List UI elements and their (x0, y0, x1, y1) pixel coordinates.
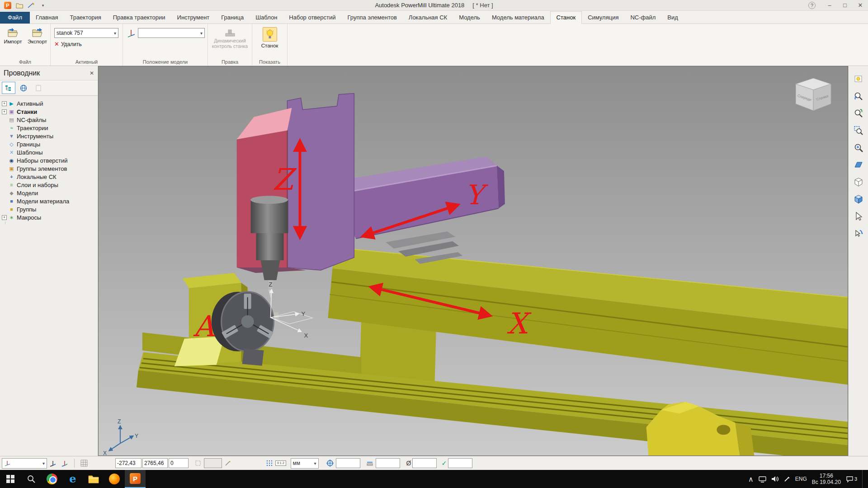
tab-hole-set[interactable]: Набор отверстий (283, 12, 341, 23)
expander-icon[interactable]: + (2, 101, 7, 106)
tab-toolpath-edit[interactable]: Правка траектории (107, 12, 171, 23)
viewport-3d[interactable]: Z Y X Z Y X A (98, 66, 848, 456)
action-center-icon[interactable]: 3 (846, 476, 857, 483)
pencil-slash-icon[interactable] (222, 458, 234, 469)
thickness-icon[interactable] (364, 458, 376, 469)
taskbar-clock[interactable]: 17:56 Вс 19.04.20 (812, 473, 841, 485)
active-machine-select[interactable]: stanok 757 ▾ (54, 28, 118, 38)
window-title: Autodesk PowerMill Ultimate 2018 (375, 2, 464, 9)
tree-item-workplanes[interactable]: +Локальные СК (0, 173, 98, 181)
workplane-selector[interactable]: ▾ (2, 458, 47, 469)
zoom-fit-icon[interactable] (851, 140, 866, 155)
tree-item-hole-sets[interactable]: ◉Наборы отверстий (0, 156, 98, 164)
coord-x-field[interactable] (115, 458, 142, 468)
grid-icon[interactable] (78, 458, 90, 469)
globe-icon[interactable] (17, 82, 30, 94)
zoom-next-icon[interactable] (851, 106, 866, 121)
firefox-icon[interactable] (104, 470, 125, 488)
check-field[interactable] (448, 458, 472, 468)
tab-nc-file[interactable]: NC-файл (624, 12, 661, 23)
macro-icon[interactable] (27, 1, 35, 9)
help-icon[interactable]: ? (808, 2, 816, 9)
coord-z-field[interactable] (169, 458, 189, 468)
tree-item-active[interactable]: +▶Активный (0, 99, 98, 108)
tree-item-layers[interactable]: ≡Слои и наборы (0, 181, 98, 189)
minimize-icon[interactable]: – (822, 2, 837, 9)
expander-icon[interactable]: + (2, 109, 7, 114)
thickness-field[interactable] (376, 458, 400, 468)
tolerance-field[interactable] (336, 458, 360, 468)
select-cursor-icon[interactable] (851, 209, 866, 224)
tab-tool[interactable]: Инструмент (171, 12, 216, 23)
tree-item-groups[interactable]: ■Группы (0, 205, 98, 213)
close-icon[interactable]: ✕ (853, 2, 868, 9)
model-position-select[interactable]: ▾ (138, 28, 205, 38)
tree-item-toolpaths[interactable]: ≈Траектории (0, 124, 98, 132)
tree-item-feature-groups[interactable]: ▣Группы элементов (0, 164, 98, 173)
explorer-panel: Проводник ✕ +▶Активный +▣Станки ▤NC-файл… (0, 66, 98, 456)
tree-item-macros[interactable]: +∗Макросы (0, 213, 98, 221)
tree-item-tools[interactable]: ▼Инструменты (0, 132, 98, 140)
expander-icon[interactable]: + (2, 215, 7, 220)
tree-item-machines[interactable]: +▣Станки (0, 108, 98, 116)
diameter-field[interactable] (412, 458, 437, 468)
increment-field[interactable] (204, 458, 222, 468)
search-icon[interactable] (21, 470, 42, 488)
tab-home[interactable]: Главная (30, 12, 64, 23)
rotate-view-cursor-icon[interactable] (851, 226, 866, 241)
chrome-icon[interactable] (42, 470, 62, 488)
tree-item-models[interactable]: ◆Модели (0, 189, 98, 197)
open-project-icon[interactable] (15, 1, 24, 9)
file-explorer-icon[interactable] (83, 470, 104, 488)
edge-icon[interactable]: e (62, 470, 83, 488)
explorer-close-icon[interactable]: ✕ (90, 70, 94, 76)
tab-workplane[interactable]: Локальная СК (403, 12, 453, 23)
powermill-taskbar-icon[interactable]: P (125, 470, 146, 488)
maximize-icon[interactable]: □ (837, 2, 853, 9)
check-icon: ✓ (441, 460, 447, 467)
powermill-app-icon[interactable]: P (4, 1, 12, 9)
zoom-window-icon[interactable] (851, 123, 866, 138)
viewport-3d-scene: Z Y X Z Y X A (99, 66, 848, 455)
shaded-view-icon[interactable] (851, 157, 866, 172)
qat-dropdown-icon[interactable]: ▾ (39, 1, 47, 9)
delete-machine-button[interactable]: ✕ Удалить (54, 41, 123, 47)
network-icon[interactable] (759, 476, 766, 483)
clipboard-icon[interactable] (32, 82, 45, 94)
language-indicator[interactable]: ENG (795, 476, 807, 482)
iso-view-cube-icon[interactable] (851, 192, 866, 206)
tree-item-patterns[interactable]: ✕Шаблоны (0, 148, 98, 156)
world-cs-icon[interactable] (47, 458, 59, 469)
tab-simulation[interactable]: Симуляция (582, 12, 624, 23)
tree-item-nc-files[interactable]: ▤NC-файлы (0, 116, 98, 124)
viewcube[interactable]: Спереди Справа (796, 78, 831, 111)
tree-item-stock-models[interactable]: ■Модели материала (0, 197, 98, 205)
tab-stock-model[interactable]: Модель материала (486, 12, 550, 23)
target-crosshair-icon[interactable] (324, 458, 336, 469)
units-select[interactable]: мм ▾ (291, 458, 319, 469)
active-cs-icon[interactable] (59, 458, 71, 469)
ruler-icon[interactable]: 0 1 2 (275, 460, 286, 466)
refresh-view-icon[interactable] (851, 71, 866, 86)
tree-item-boundaries[interactable]: ◇Границы (0, 140, 98, 148)
windows-taskbar: e P ∧ ENG 17:56 Вс 19.04.20 3 (0, 470, 868, 488)
start-button[interactable] (0, 470, 21, 488)
tab-pattern[interactable]: Шаблон (250, 12, 283, 23)
relative-cs-icon[interactable] (192, 458, 204, 469)
tab-file[interactable]: Файл (0, 12, 30, 23)
wireframe-view-icon[interactable] (851, 174, 866, 189)
pen-input-icon[interactable] (784, 476, 790, 482)
tab-feature-group[interactable]: Группа элементов (342, 12, 403, 23)
tab-machine-tool[interactable]: Станок (550, 11, 582, 24)
zoom-previous-icon[interactable] (851, 89, 866, 103)
tab-boundary[interactable]: Граница (215, 12, 250, 23)
tab-model[interactable]: Модель (453, 12, 486, 23)
snap-grid-icon[interactable] (264, 458, 275, 469)
tab-toolpath[interactable]: Траектория (64, 12, 107, 23)
show-desktop-button[interactable] (862, 470, 864, 488)
volume-icon[interactable] (771, 476, 779, 482)
tab-view[interactable]: Вид (661, 12, 684, 23)
tree-view-icon[interactable] (2, 82, 15, 94)
hidden-icons-chevron[interactable]: ∧ (748, 475, 754, 483)
coord-y-field[interactable] (142, 458, 168, 468)
